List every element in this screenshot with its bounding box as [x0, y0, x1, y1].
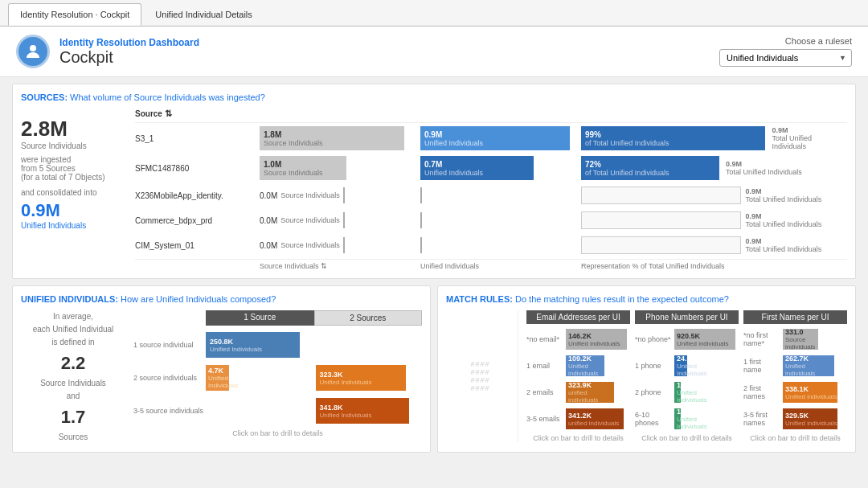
phone-bar-3[interactable]: 1.0 Unified Individuals: [674, 408, 739, 429]
ui-bar-cell[interactable]: [420, 236, 581, 255]
col-header-names: First Names per UI: [743, 310, 847, 324]
email-bar-2[interactable]: 323.9K unified individuals: [566, 382, 630, 403]
match-section: MATCH RULES: Do the matching rules resul…: [437, 285, 856, 453]
row-label: 2 emails: [526, 388, 563, 396]
match-col-email: Email Addresses per UI *no email* 146.2K…: [526, 310, 630, 442]
table-row: SFMC1487860 1.0M Source Individuals 0.7M…: [135, 154, 847, 182]
row-label: 3-5 source individuals: [133, 407, 206, 415]
tab-cockpit[interactable]: Identity Resolution · Cockpit: [8, 3, 141, 26]
bar-col1[interactable]: 4.7K Unified Individuals: [206, 365, 314, 391]
match-col-names: First Names per UI *no first name* 331.0…: [743, 310, 847, 442]
avatar: [16, 35, 50, 68]
unified-chart: 1 Source 2 Sources 1 source individual 2…: [133, 310, 422, 444]
sources-summary: 2.8M Source Individuals were ingested fr…: [21, 109, 125, 270]
pct-bar-cell[interactable]: 0.9M Total Unified Individuals: [581, 210, 847, 231]
click-hint-phone: Click on bar to drill to details: [635, 434, 739, 442]
si-bar-cell[interactable]: 0.0M Source Individuals: [260, 211, 420, 230]
source-name: X236MobileApp_identity.: [135, 191, 260, 200]
bar-col2[interactable]: 323.3K Unified Individuals: [314, 365, 423, 391]
col-header-email: Email Addresses per UI: [526, 310, 630, 324]
match-col-phone: Phone Numbers per UI *no phone* 920.5K U…: [635, 310, 739, 442]
match-title: MATCH RULES: Do the matching rules resul…: [446, 294, 847, 304]
table-row: Commerce_bdpx_prd 0.0M Source Individual…: [135, 209, 847, 232]
header-right: Choose a ruleset Unified Individuals ▼: [719, 36, 852, 67]
ui-bar-cell[interactable]: 0.7M Unified Individuals: [420, 154, 581, 182]
sources-label4: (for a total of 7 Objects): [21, 173, 125, 182]
si-bar-cell[interactable]: 0.0M Source Individuals: [260, 236, 420, 255]
ui-bar-cell[interactable]: [420, 211, 581, 230]
sources-title: SOURCES: What volume of Source Individua…: [21, 92, 847, 102]
bar-col1[interactable]: 250.8K Unified Individuals: [206, 332, 314, 358]
col-header-source[interactable]: Source ⇅: [135, 109, 260, 119]
click-hint: Click on bar to drill to details: [133, 429, 422, 437]
row-label: 1 phone: [635, 362, 672, 370]
match-hash-area: ################: [446, 310, 518, 442]
unified-section: UNIFIED INDIVIDUALS: How are Unified Ind…: [12, 285, 431, 453]
header-main: Cockpit: [59, 48, 199, 67]
email-bar-0[interactable]: 146.2K Unified individuals: [566, 329, 630, 350]
row-label: *no phone*: [635, 335, 672, 343]
pct-bar-cell[interactable]: 72% of Total Unified Individuals 0.9M To…: [581, 154, 847, 182]
col-footer-pct: Representation % of Total Unified Indivi…: [581, 262, 847, 270]
pct-bar-cell[interactable]: 0.9M Total Unified Individuals: [581, 235, 847, 256]
pct-bar-cell[interactable]: 0.9M Total Unified Individuals: [581, 185, 847, 206]
sort-icon: ⇅: [165, 109, 172, 119]
sources-label2: were ingested: [21, 155, 125, 164]
email-bar-3[interactable]: 341.2K unified individuals: [566, 408, 630, 429]
table-row: CIM_System_01 0.0M Source Individuals 0.…: [135, 234, 847, 256]
ruleset-select[interactable]: Unified Individuals: [719, 49, 852, 67]
bar-col2[interactable]: 341.8K Unified Individuals: [314, 398, 423, 424]
si-bar-cell[interactable]: 1.8M Source Individuals: [260, 125, 420, 152]
row-label: *no email*: [526, 335, 563, 343]
ui-bar-cell[interactable]: [420, 186, 581, 205]
pct-bar-cell[interactable]: 99% of Total Unified Individuals 0.9M To…: [581, 125, 847, 152]
phone-bar-1[interactable]: 24.0 Unified Individuals: [674, 355, 739, 376]
phone-bar-0[interactable]: 920.5K Unified individuals: [674, 329, 739, 350]
sources-label5: and consolidated into: [21, 188, 125, 197]
row-label: 2 first names: [743, 384, 780, 400]
row-label: 2 phone: [635, 388, 672, 396]
sources-label3: from 5 Sources: [21, 164, 125, 173]
name-bar-3[interactable]: 329.5K Unified individuals: [783, 408, 847, 429]
table-row: X236MobileApp_identity. 0.0M Source Indi…: [135, 184, 847, 207]
person-icon: [23, 42, 43, 61]
name-bar-1[interactable]: 262.7K Unified individuals: [783, 355, 847, 376]
header-subtitle: Identity Resolution Dashboard: [59, 37, 199, 48]
header: Identity Resolution Dashboard Cockpit Ch…: [0, 27, 868, 77]
si-bar-cell[interactable]: 1.0M Source Individuals: [260, 154, 420, 182]
tab-1-source[interactable]: 1 Source: [206, 310, 314, 326]
click-hint-email: Click on bar to drill to details: [526, 434, 630, 442]
header-titles: Identity Resolution Dashboard Cockpit: [59, 37, 199, 67]
svg-point-0: [30, 45, 36, 51]
sources-accent-label: Unified Individuals: [21, 221, 125, 230]
sources-accent: 0.9M: [21, 200, 125, 221]
row-label: *no first name*: [743, 331, 780, 347]
unified-title: UNIFIED INDIVIDUALS: How are Unified Ind…: [21, 294, 422, 304]
tab-bar: Identity Resolution · Cockpit Unified In…: [0, 0, 868, 27]
row-label: 3-5 emails: [526, 415, 563, 423]
phone-bar-2[interactable]: 1.0 Unified Individuals: [674, 382, 739, 403]
email-bar-1[interactable]: 109.2K Unified individuals: [566, 355, 630, 376]
row-label: 2 source individuals: [133, 374, 206, 382]
source-name: Commerce_bdpx_prd: [135, 216, 260, 225]
row-label: 1 email: [526, 362, 563, 370]
source-name: SFMC1487860: [135, 164, 260, 173]
ruleset-select-wrapper: Unified Individuals ▼: [719, 49, 852, 67]
name-bar-2[interactable]: 338.1K Unified individuals: [783, 382, 847, 403]
table-row: S3_1 1.8M Source Individuals 0.9M Unifie…: [135, 125, 847, 152]
si-bar-cell[interactable]: 0.0M Source Individuals: [260, 186, 420, 205]
col-footer-ui: Unified Individuals: [420, 262, 581, 270]
unified-big2: 1.7: [21, 403, 125, 431]
ruleset-label: Choose a ruleset: [785, 36, 852, 46]
row-label: 1 source individual: [133, 341, 206, 349]
name-bar-0[interactable]: 331.0 Source individuals: [783, 329, 847, 350]
col-header-phone: Phone Numbers per UI: [635, 310, 739, 324]
row-label: 1 first name: [743, 358, 780, 374]
ui-bar-cell[interactable]: 0.9M Unified Individuals: [420, 125, 581, 152]
source-name: S3_1: [135, 134, 260, 143]
row-label: 6-10 phones: [635, 411, 672, 427]
tab-2-sources[interactable]: 2 Sources: [314, 310, 423, 326]
tab-unified-individual-details[interactable]: Unified Individual Details: [143, 3, 264, 26]
source-name: CIM_System_01: [135, 241, 260, 250]
sources-label1: Source Individuals: [21, 141, 125, 150]
